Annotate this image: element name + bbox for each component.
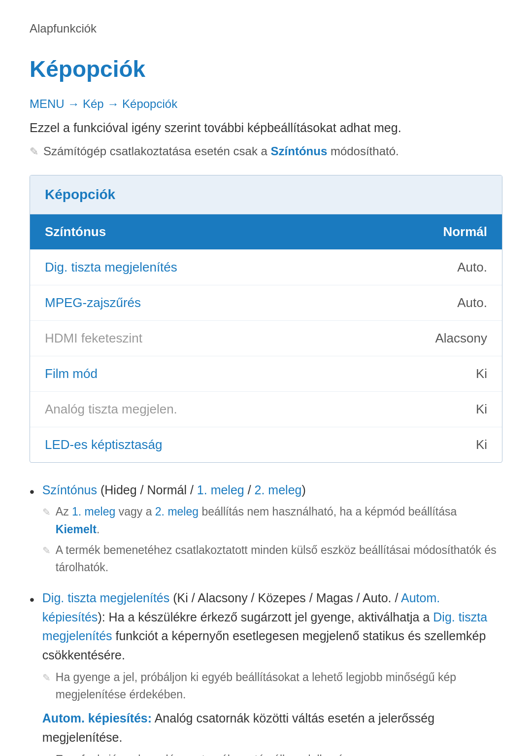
- breadcrumb-menu[interactable]: MENU: [30, 97, 65, 110]
- bullet-text-1: Színtónus (Hideg / Normál / 1. meleg / 2…: [42, 481, 502, 580]
- sub-note-2-0: ✎ Ha gyenge a jel, próbáljon ki egyéb be…: [42, 669, 502, 704]
- menu-item-label-szintónus: Színtónus: [45, 222, 106, 241]
- menu-item-mpeg[interactable]: MPEG-zajszűrés Auto.: [30, 285, 502, 321]
- breadcrumb-kepopciok[interactable]: Képopciók: [122, 97, 177, 110]
- breadcrumb-sep2: →: [107, 97, 122, 110]
- bullet-szintónus: • Színtónus (Hideg / Normál / 1. meleg /…: [30, 481, 502, 580]
- autom-note: Autom. képiesítés: Analóg csatornák közö…: [42, 709, 502, 747]
- menu-item-value-film: Ki: [476, 364, 487, 383]
- menu-item-dig[interactable]: Dig. tiszta megjelenítés Auto.: [30, 250, 502, 285]
- note-icon: ✎: [30, 143, 38, 160]
- page-title: Képopciók: [30, 52, 502, 86]
- menu-item-label-dig: Dig. tiszta megjelenítés: [45, 258, 177, 277]
- intro-note: ✎ Számítógép csatlakoztatása esetén csak…: [30, 142, 502, 160]
- menu-item-value-dig: Auto.: [457, 258, 487, 277]
- bullet-dig: • Dig. tiszta megjelenítés (Ki / Alacson…: [30, 588, 502, 756]
- menu-item-value-szintónus: Normál: [443, 222, 487, 241]
- sub-note-2-1: ✎ Ez a funkció csak analóg csatornák ese…: [42, 751, 502, 756]
- sub-note-icon-2-0: ✎: [42, 670, 51, 686]
- bullet-text-2: Dig. tiszta megjelenítés (Ki / Alacsony …: [42, 588, 502, 756]
- sub-note-text-2-0: Ha gyenge a jel, próbáljon ki egyéb beál…: [56, 669, 502, 704]
- menu-item-hdmi[interactable]: HDMI feketeszint Alacsony: [30, 321, 502, 356]
- sub-note-text-1-2: A termék bemenetéhez csatlakoztatott min…: [56, 542, 502, 577]
- menu-item-film[interactable]: Film mód Ki: [30, 356, 502, 392]
- bullet-dot-2: •: [30, 589, 34, 610]
- note-text: Számítógép csatlakoztatása esetén csak a…: [43, 142, 399, 160]
- intro-text: Ezzel a funkcióval igény szerint további…: [30, 119, 502, 137]
- menu-box: Képopciók Színtónus Normál Dig. tiszta m…: [30, 175, 502, 463]
- menu-item-label-led: LED-es képtisztaság: [45, 435, 162, 454]
- menu-item-value-hdmi: Alacsony: [435, 329, 488, 348]
- menu-item-value-led: Ki: [476, 435, 487, 454]
- menu-item-value-analog: Ki: [476, 400, 487, 419]
- sub-note-text-1-1: Az 1. meleg vagy a 2. meleg beállítás ne…: [56, 503, 502, 538]
- breadcrumb: MENU → Kép → Képopciók: [30, 95, 502, 113]
- menu-item-szintónus[interactable]: Színtónus Normál: [30, 214, 502, 250]
- sub-note-icon-2-1: ✎: [42, 753, 51, 756]
- sub-note-icon-1-1: ✎: [42, 505, 51, 520]
- sub-note-text-2-1: Ez a funkció csak analóg csatornák eseté…: [56, 751, 363, 756]
- menu-item-value-mpeg: Auto.: [457, 293, 487, 312]
- sub-note-icon-1-2: ✎: [42, 543, 51, 558]
- menu-item-label-hdmi: HDMI feketeszint: [45, 329, 142, 348]
- menu-item-analog[interactable]: Analóg tiszta megjelen. Ki: [30, 392, 502, 427]
- menu-header: Képopciók: [30, 175, 502, 214]
- menu-item-label-analog: Analóg tiszta megjelen.: [45, 400, 177, 419]
- bullet-dot-1: •: [30, 481, 34, 502]
- menu-item-label-mpeg: MPEG-zajszűrés: [45, 293, 141, 312]
- breadcrumb-sep1: →: [67, 97, 83, 110]
- sub-note-1-1: ✎ Az 1. meleg vagy a 2. meleg beállítás …: [42, 503, 502, 538]
- section-label: Alapfunkciók: [30, 20, 502, 37]
- sub-note-1-2: ✎ A termék bemenetéhez csatlakoztatott m…: [42, 542, 502, 577]
- menu-item-label-film: Film mód: [45, 364, 98, 383]
- breadcrumb-kep[interactable]: Kép: [83, 97, 104, 110]
- content-section: • Színtónus (Hideg / Normál / 1. meleg /…: [30, 481, 502, 756]
- menu-item-led[interactable]: LED-es képtisztaság Ki: [30, 427, 502, 462]
